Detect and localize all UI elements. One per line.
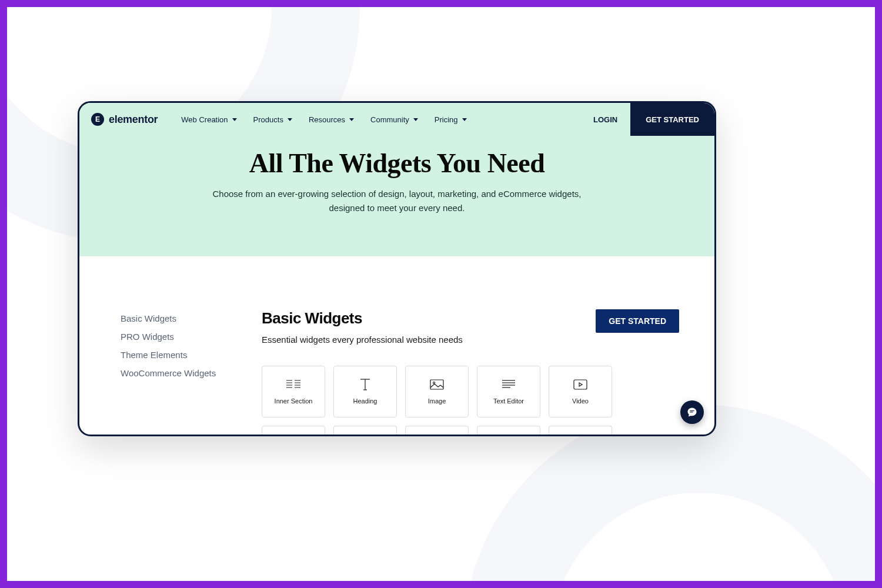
columns-icon — [286, 379, 300, 390]
widget-grid: Inner Section Heading — [262, 366, 679, 436]
nav-label: Community — [370, 115, 409, 124]
category-sidebar: Basic Widgets PRO Widgets Theme Elements… — [121, 309, 232, 436]
logo-text: elementor — [109, 113, 158, 126]
browser-window: E elementor Web Creation Products Resour… — [78, 101, 716, 436]
widget-text-editor[interactable]: Text Editor — [477, 366, 540, 417]
logo-badge-icon: E — [91, 113, 104, 126]
logo[interactable]: E elementor — [91, 113, 158, 126]
widget-label: Text Editor — [493, 397, 524, 405]
chevron-down-icon — [232, 118, 237, 121]
chevron-down-icon — [462, 118, 467, 121]
get-started-button-section[interactable]: GET STARTED — [596, 309, 679, 333]
nav-label: Web Creation — [181, 115, 228, 124]
svg-rect-11 — [430, 380, 443, 389]
svg-rect-20 — [690, 412, 693, 412]
widget-label: Inner Section — [275, 397, 313, 405]
topbar: E elementor Web Creation Products Resour… — [79, 103, 714, 136]
widget-label: Heading — [353, 397, 377, 405]
main-panel: Basic Widgets Essential widgets every pr… — [262, 309, 679, 436]
main-nav: Web Creation Products Resources Communit… — [181, 115, 466, 124]
chevron-down-icon — [288, 118, 292, 121]
nav-pricing[interactable]: Pricing — [435, 115, 467, 124]
outer-frame: E elementor Web Creation Products Resour… — [0, 0, 882, 588]
sidebar-item-pro-widgets[interactable]: PRO Widgets — [121, 328, 232, 346]
image-icon — [430, 379, 444, 390]
chevron-down-icon — [349, 118, 354, 121]
widget-card-partial[interactable] — [549, 426, 612, 435]
section-description: Essential widgets every professional web… — [262, 335, 463, 345]
widget-card-partial[interactable] — [333, 426, 397, 435]
chevron-down-icon — [413, 118, 418, 121]
hero-title: All The Widgets You Need — [79, 148, 714, 179]
nav-label: Products — [253, 115, 283, 124]
text-editor-icon — [502, 379, 516, 390]
nav-community[interactable]: Community — [370, 115, 418, 124]
section-title: Basic Widgets — [262, 309, 463, 328]
nav-label: Pricing — [435, 115, 458, 124]
login-link[interactable]: LOGIN — [593, 115, 617, 124]
nav-resources[interactable]: Resources — [309, 115, 354, 124]
video-icon — [573, 379, 587, 390]
chat-icon — [687, 407, 697, 417]
content-area: Basic Widgets PRO Widgets Theme Elements… — [79, 256, 714, 436]
heading-icon — [358, 379, 372, 390]
nav-label: Resources — [309, 115, 345, 124]
svg-point-12 — [433, 382, 435, 384]
widget-image[interactable]: Image — [405, 366, 469, 417]
widget-label: Video — [572, 397, 589, 405]
svg-rect-19 — [690, 410, 694, 411]
section-header: Basic Widgets Essential widgets every pr… — [262, 309, 679, 345]
chat-button[interactable] — [680, 400, 704, 424]
sidebar-item-woocommerce-widgets[interactable]: WooCommerce Widgets — [121, 364, 232, 382]
sidebar-item-theme-elements[interactable]: Theme Elements — [121, 346, 232, 364]
widget-label: Image — [428, 397, 446, 405]
widget-card-partial[interactable] — [405, 426, 469, 435]
widget-heading[interactable]: Heading — [333, 366, 397, 417]
widget-inner-section[interactable]: Inner Section — [262, 366, 325, 417]
widget-button[interactable]: Button — [262, 426, 325, 436]
svg-rect-17 — [574, 380, 587, 389]
hero-section: E elementor Web Creation Products Resour… — [79, 103, 714, 256]
topbar-right: LOGIN GET STARTED — [593, 103, 714, 136]
widget-video[interactable]: Video — [549, 366, 612, 417]
sidebar-item-basic-widgets[interactable]: Basic Widgets — [121, 309, 232, 328]
nav-products[interactable]: Products — [253, 115, 292, 124]
get-started-button-top[interactable]: GET STARTED — [630, 103, 714, 136]
widget-card-partial[interactable] — [477, 426, 540, 435]
nav-web-creation[interactable]: Web Creation — [181, 115, 236, 124]
hero-subtitle: Choose from an ever-growing selection of… — [203, 187, 591, 215]
